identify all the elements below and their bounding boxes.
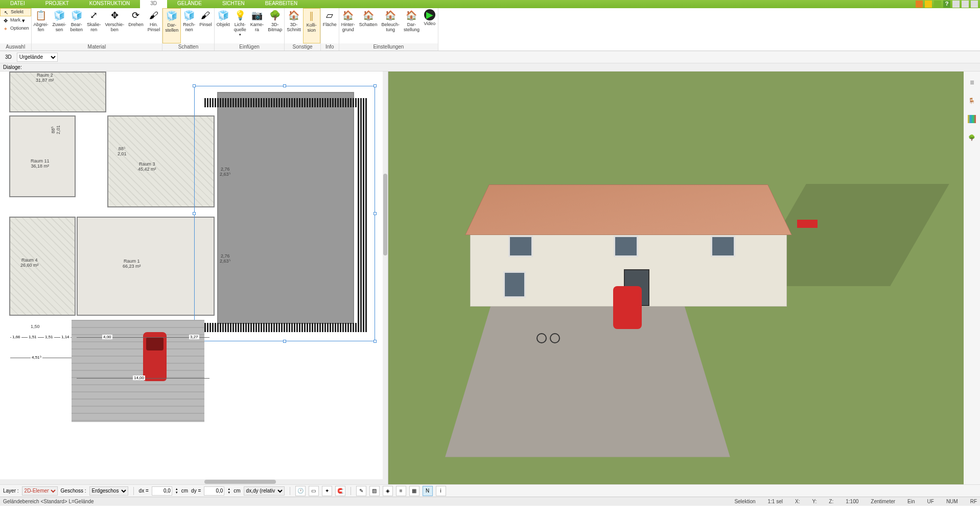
- scrollbar-horizontal[interactable]: [0, 479, 388, 484]
- ribbon-group-info: ▱Fläche Info: [321, 8, 339, 51]
- layer-select[interactable]: 2D-Elemen: [22, 486, 58, 496]
- ribbon-label-sonstige: Sonstige: [285, 43, 320, 51]
- edit-icon: 🧊: [71, 9, 83, 21]
- video-button[interactable]: ▶Video: [422, 8, 438, 43]
- mode-select[interactable]: dx,dy (relativ ka: [244, 486, 285, 496]
- chair-icon[interactable]: 🪑: [966, 95, 977, 106]
- scrollbar-thumb[interactable]: [204, 480, 276, 484]
- status-selektion: Selektion: [734, 499, 755, 504]
- sel-handle[interactable]: [283, 340, 286, 343]
- minimize-icon[interactable]: [952, 1, 960, 8]
- ribbon-label-info: Info: [321, 43, 339, 51]
- menu-tab-gelaende[interactable]: GELÄNDE: [167, 0, 212, 8]
- kollision-button[interactable]: ‖Kolli- sion: [303, 8, 320, 43]
- abgreifen-button[interactable]: 📋Abgrei- fen: [32, 8, 51, 43]
- grid-icon[interactable]: ▦: [409, 486, 419, 496]
- pinsel-button[interactable]: 🖌Pinsel: [197, 8, 214, 43]
- hinpinsel-button[interactable]: 🖌Hin. Pinsel: [146, 8, 162, 43]
- dialoge-label: Dialoge:: [3, 64, 22, 70]
- screen-icon[interactable]: ▭: [309, 486, 319, 496]
- snap-icon[interactable]: ✦: [322, 486, 332, 496]
- optionen-button[interactable]: +Optionen: [0, 25, 31, 33]
- beleuchtung-button[interactable]: 🏠Beleuch- tung: [379, 8, 402, 43]
- dy-input[interactable]: [204, 486, 224, 496]
- sel-handle[interactable]: [374, 340, 377, 343]
- scrollbar-thumb[interactable]: [383, 174, 387, 255]
- north-icon[interactable]: N: [423, 486, 433, 496]
- dim: 4,51⁵: [31, 355, 42, 360]
- dx-input[interactable]: [152, 486, 172, 496]
- verschieben-button[interactable]: ✥Verschie- ben: [103, 8, 127, 43]
- skalieren-button[interactable]: ⤢Skalie- ren: [85, 8, 103, 43]
- menu-bar: DATEI PROJEKT KONSTRUKTION 3D GELÄNDE SI…: [0, 0, 980, 8]
- edit-icon[interactable]: ✎: [356, 486, 366, 496]
- dim: 2,762,63⁵: [220, 167, 231, 177]
- lines-icon[interactable]: ≡: [396, 486, 406, 496]
- info-icon[interactable]: i: [436, 486, 446, 496]
- menu-tab-sichten[interactable]: SICHTEN: [212, 0, 255, 8]
- close-icon[interactable]: [971, 1, 978, 8]
- dialoge-bar: Dialoge:: [0, 63, 980, 72]
- cursor-icon: ↖: [3, 9, 10, 16]
- menu-tab-bearbeiten[interactable]: BEARBEITEN: [255, 0, 308, 8]
- sel-handle[interactable]: [193, 212, 196, 215]
- sel-handle[interactable]: [283, 84, 286, 87]
- palette-icon[interactable]: [966, 113, 977, 125]
- kamera-button[interactable]: 📷Kame- ra: [248, 8, 266, 43]
- lichtquelle-button[interactable]: 💡Licht- quelle▾: [232, 8, 248, 43]
- ribbon-label-einstellungen: Einstellungen: [339, 43, 438, 51]
- room-4: [9, 217, 76, 316]
- sel-handle[interactable]: [374, 212, 377, 215]
- menu-tab-3d[interactable]: 3D: [140, 0, 167, 8]
- status-num: NUM: [946, 499, 958, 504]
- room-2-label: Raum 231,87 m²: [36, 73, 54, 83]
- clock-icon[interactable]: 🕐: [295, 486, 306, 496]
- dim: 14,00: [133, 376, 145, 380]
- magnet-icon[interactable]: 🧲: [335, 486, 345, 496]
- floorplan: Raum 231,87 m² Raum 1136,18 m² Raum 345,…: [0, 72, 388, 484]
- view-3d[interactable]: [388, 72, 964, 484]
- scrollbar-vertical[interactable]: [383, 72, 388, 479]
- bitmap-button[interactable]: 🌳3D- Bitmap: [266, 8, 284, 43]
- menu-tab-projekt[interactable]: PROJEKT: [35, 0, 79, 8]
- objekt-button[interactable]: 🧊Objekt: [215, 8, 232, 43]
- darstellen-button[interactable]: 🧊Dar- stellen: [162, 8, 181, 43]
- sel-handle[interactable]: [374, 84, 377, 87]
- box-icon[interactable]: [925, 1, 932, 8]
- house-icon: 🏠: [342, 9, 354, 21]
- selection-rect[interactable]: [194, 86, 375, 341]
- chevron-down-icon: ▾: [239, 33, 241, 37]
- layer-icon[interactable]: ◈: [383, 486, 393, 496]
- schatten-button[interactable]: 🏠Schatten: [357, 8, 380, 43]
- hatch-icon[interactable]: ▨: [369, 486, 380, 496]
- drehen-button[interactable]: ⟳Drehen: [126, 8, 146, 43]
- maximize-icon[interactable]: [962, 1, 969, 8]
- darstellung-button[interactable]: 🏠Dar- stellung: [402, 8, 422, 43]
- menu-tab-konstruktion[interactable]: KONSTRUKTION: [79, 0, 140, 8]
- dx-stepper[interactable]: ▲▼: [175, 487, 178, 495]
- sel-handle[interactable]: [193, 84, 196, 87]
- schnitt-button[interactable]: 🏠3D- Schnitt: [285, 8, 303, 43]
- help-icon[interactable]: ?: [943, 1, 950, 8]
- selekt-button[interactable]: ↖Selekt: [0, 8, 31, 16]
- window-icon: [614, 236, 638, 257]
- terrain-select[interactable]: Urgelände: [17, 53, 58, 62]
- pencil-icon[interactable]: [916, 1, 923, 8]
- bearbeiten-button[interactable]: 🧊Bear- beiten: [68, 8, 85, 43]
- hintergrund-button[interactable]: 🏠Hinter- grund: [339, 8, 357, 43]
- dim: 88⁵2,01: [51, 125, 61, 134]
- flaeche-button[interactable]: ▱Fläche: [321, 8, 339, 43]
- mark-button[interactable]: ✥Mark.▾: [0, 16, 31, 25]
- bottom-toolbar: Layer : 2D-Elemen Geschoss : Erdgeschos …: [0, 484, 980, 497]
- camera-icon: 📷: [251, 9, 263, 21]
- dy-stepper[interactable]: ▲▼: [227, 487, 230, 495]
- zuweisen-button[interactable]: 🧊Zuwei- sen: [51, 8, 68, 43]
- layers-icon[interactable]: ≣: [966, 77, 977, 88]
- rechnen-button[interactable]: 🧊Rech- nen: [181, 8, 197, 43]
- tree-icon[interactable]: 🌳: [966, 132, 977, 143]
- menu-tab-datei[interactable]: DATEI: [0, 0, 35, 8]
- mode-label: 3D: [3, 54, 14, 60]
- link-icon[interactable]: [934, 1, 941, 8]
- geschoss-select[interactable]: Erdgeschos: [89, 486, 128, 496]
- view-2d[interactable]: Raum 231,87 m² Raum 1136,18 m² Raum 345,…: [0, 72, 388, 484]
